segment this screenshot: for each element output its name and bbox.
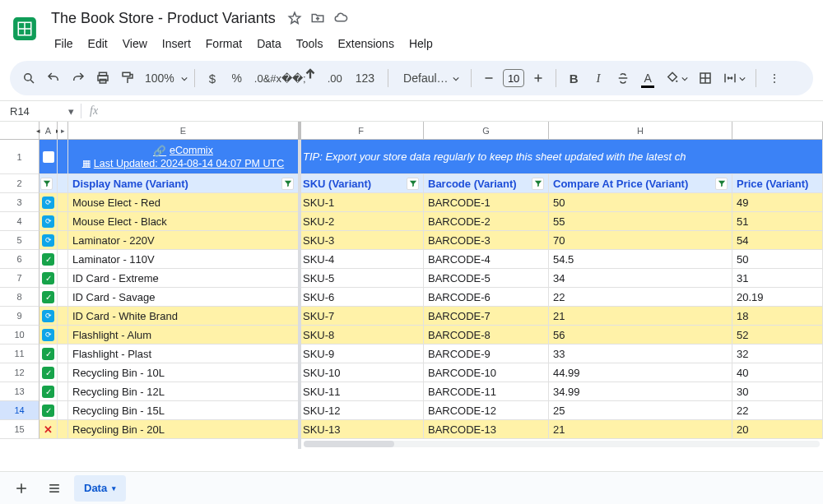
menu-extensions[interactable]: Extensions — [331, 34, 400, 53]
cell-compare-price[interactable]: 70 — [549, 231, 732, 250]
cell-barcode[interactable]: BARCODE-10 — [424, 363, 549, 382]
cell-barcode[interactable]: BARCODE-1 — [424, 193, 549, 212]
status-cell[interactable]: ⟳ — [40, 307, 58, 326]
row-header[interactable]: 5 — [0, 231, 40, 250]
cell-display-name[interactable]: Recycling Bin - 20L — [68, 420, 299, 439]
status-cell[interactable]: ⟳ — [40, 326, 58, 344]
cell-display-name[interactable]: Laminator - 110V — [68, 250, 299, 269]
strikethrough-icon[interactable] — [612, 67, 634, 90]
sheet-tab-data[interactable]: Data ▾ — [74, 475, 126, 502]
row-header[interactable]: 13 — [0, 382, 40, 401]
row-header[interactable]: 11 — [0, 344, 40, 363]
undo-icon[interactable] — [43, 67, 64, 90]
doc-title[interactable]: The Book Store - Product Variants — [48, 8, 279, 29]
banner-left[interactable]: 🔗eCommix ▦Last Updated: 2024-08-14 04:07… — [68, 140, 299, 174]
font-family-select[interactable]: Defaul… — [395, 67, 464, 90]
col-compare-price[interactable]: Compare At Price (Variant) — [549, 174, 732, 193]
col-barcode[interactable]: Barcode (Variant) — [424, 174, 549, 193]
cell-display-name[interactable]: Laminator - 220V — [68, 231, 299, 250]
menu-insert[interactable]: Insert — [156, 34, 198, 53]
cell-price[interactable]: 49 — [732, 193, 823, 212]
cell-display-name[interactable]: ID Card - White Brand — [68, 307, 299, 326]
status-cell[interactable]: ⟳ — [40, 231, 58, 250]
filter-icon[interactable] — [40, 178, 53, 190]
col-header-h[interactable]: H — [549, 122, 732, 139]
cell-barcode[interactable]: BARCODE-5 — [424, 269, 549, 288]
col-header-next[interactable] — [732, 122, 823, 139]
row-header[interactable]: 4 — [0, 212, 40, 231]
cell-compare-price[interactable]: 34 — [549, 269, 732, 288]
status-cell[interactable]: ✕ — [40, 420, 58, 439]
row-header[interactable]: 2 — [0, 174, 40, 193]
cell-display-name[interactable]: Mouse Elect - Black — [68, 212, 299, 231]
row-header[interactable]: 1 — [0, 140, 40, 174]
cell-barcode[interactable]: BARCODE-13 — [424, 420, 549, 439]
print-icon[interactable] — [92, 67, 114, 90]
cell-display-name[interactable]: ID Card - Savage — [68, 288, 299, 307]
col-header-f[interactable]: F — [299, 122, 424, 139]
cell-compare-price[interactable]: 54.5 — [549, 250, 732, 269]
currency-icon[interactable]: $ — [202, 67, 223, 90]
cell-compare-price[interactable]: 50 — [549, 193, 732, 212]
font-size-input[interactable]: 10 — [503, 69, 524, 87]
cell-display-name[interactable]: ID Card - Extreme — [68, 269, 299, 288]
col-header-g[interactable]: G — [424, 122, 549, 139]
cell-sku[interactable]: SKU-6 — [299, 288, 424, 307]
row-header[interactable]: 8 — [0, 288, 40, 307]
last-updated-link[interactable]: ▦Last Updated: 2024-08-14 04:07 PM UTC — [82, 158, 284, 169]
cell-barcode[interactable]: BARCODE-3 — [424, 231, 549, 250]
cell-compare-price[interactable]: 34.99 — [549, 382, 732, 401]
cell-compare-price[interactable]: 22 — [549, 288, 732, 307]
cell-sku[interactable]: SKU-8 — [299, 326, 424, 344]
cell-price[interactable]: 32 — [732, 344, 823, 363]
paint-format-icon[interactable] — [117, 67, 138, 90]
cell-price[interactable]: 51 — [732, 212, 823, 231]
increase-font-size-icon[interactable] — [528, 67, 549, 90]
cell-barcode[interactable]: BARCODE-9 — [424, 344, 549, 363]
col-price[interactable]: Price (Variant) — [732, 174, 823, 193]
cell-sku[interactable]: SKU-12 — [299, 401, 424, 420]
text-color-icon[interactable]: A — [637, 67, 658, 90]
cell-sku[interactable]: SKU-13 — [299, 420, 424, 439]
filter-icon[interactable] — [532, 178, 544, 190]
search-icon[interactable] — [18, 67, 40, 90]
number-format-icon[interactable]: 123 — [349, 67, 381, 90]
status-cell[interactable]: ✓ — [40, 250, 58, 269]
add-sheet-icon[interactable] — [8, 475, 35, 502]
menu-data[interactable]: Data — [250, 34, 288, 53]
toolbar-overflow-icon[interactable]: ⋮ — [763, 67, 784, 90]
col-header-a[interactable]: A ▸ ◂ — [40, 122, 58, 139]
percent-icon[interactable]: % — [226, 67, 248, 90]
cell-sku[interactable]: SKU-4 — [299, 250, 424, 269]
filter-icon[interactable] — [715, 178, 728, 190]
move-to-folder-icon[interactable] — [310, 11, 325, 25]
increase-decimal-icon[interactable]: .00 — [324, 67, 346, 90]
cell-sku[interactable]: SKU-3 — [299, 231, 424, 250]
cell-price[interactable]: 30 — [732, 382, 823, 401]
status-cell[interactable]: ⟳ — [40, 212, 58, 231]
zoom-select[interactable]: 100% — [142, 72, 188, 85]
cell-display-name[interactable]: Mouse Elect - Red — [68, 193, 299, 212]
col-sku[interactable]: SKU (Variant) — [299, 174, 424, 193]
fill-color-icon[interactable] — [662, 67, 691, 90]
menu-file[interactable]: File — [48, 34, 80, 53]
tip-cell[interactable]: TIP: Export your store data regularly to… — [299, 140, 823, 174]
cell-compare-price[interactable]: 55 — [549, 212, 732, 231]
col-display-name[interactable]: Display Name (Variant) — [68, 174, 299, 193]
cell-sku[interactable]: SKU-11 — [299, 382, 424, 401]
menu-format[interactable]: Format — [199, 34, 249, 53]
row-header[interactable]: 14 — [0, 401, 40, 420]
menu-edit[interactable]: Edit — [81, 34, 114, 53]
cell-compare-price[interactable]: 33 — [549, 344, 732, 363]
select-all-corner[interactable] — [0, 122, 40, 139]
cell-price[interactable]: 54 — [732, 231, 823, 250]
status-cell[interactable]: ⟳ — [40, 193, 58, 212]
filter-cell[interactable] — [40, 174, 58, 193]
cell-sku[interactable]: SKU-5 — [299, 269, 424, 288]
cell-price[interactable]: 31 — [732, 269, 823, 288]
horizontal-scrollbar[interactable] — [0, 439, 823, 449]
row-header[interactable]: 10 — [0, 326, 40, 344]
row-header[interactable]: 7 — [0, 269, 40, 288]
decrease-font-size-icon[interactable] — [478, 67, 500, 90]
cell-sku[interactable]: SKU-9 — [299, 344, 424, 363]
